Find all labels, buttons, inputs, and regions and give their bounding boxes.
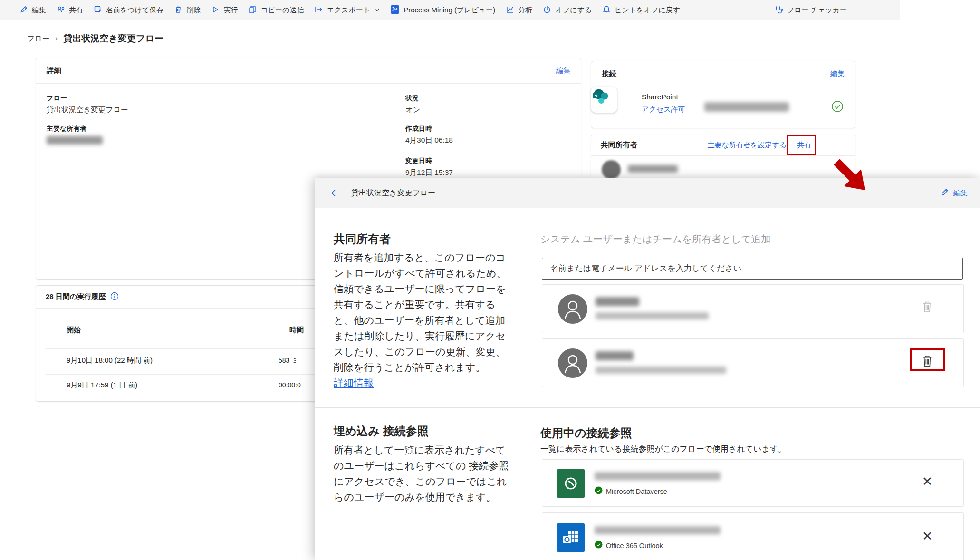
save-as-label: 名前をつけて保存 [106,6,163,15]
breadcrumb: フロー › 貸出状況空き変更フロー [27,32,163,45]
annotation-box-delete [910,348,945,371]
overlay-edit-button[interactable]: 編集 [940,188,968,198]
save-as-button[interactable]: 名前をつけて保存 [88,0,169,20]
connection-ref-row: Office 365 Outlook ✕ [542,512,964,560]
copy-icon [248,5,257,15]
set-primary-owner-link[interactable]: 主要な所有者を設定する [708,141,787,150]
add-owner-label: システム ユーザーまたはチームを所有者として追加 [540,232,770,246]
overlay-header: 貸出状況空き変更フロー 編集 [315,178,980,208]
person-avatar-icon [558,294,587,324]
conn-ref-name: Microsoft Dataverse [606,488,667,495]
owner-email-redacted [596,367,726,374]
play-icon [211,5,220,15]
flow-checker-label: フロー チェッカー [787,6,847,15]
content-right-divider [900,0,900,178]
run-row-duration: 583 ミ [279,357,298,365]
power-automate-flow-page: 編集 共有 名前をつけて保存 削除 実行 コピーの送信 エクスポート [0,0,980,560]
share-button[interactable]: 共有 [51,0,88,20]
page-title: 貸出状況空き変更フロー [64,32,163,45]
co-owners-description-text: 所有者を追加すると、このフローのコントロールがすべて許可されるため、信頼できるユ… [334,252,506,373]
chevron-right-icon: › [55,34,58,43]
process-mining-label: Process Mining (プレビュー) [404,6,495,15]
delete-label: 削除 [186,6,201,15]
remove-owner-trash-icon[interactable] [919,297,936,316]
delete-button[interactable]: 削除 [169,0,206,20]
info-icon[interactable] [110,292,119,302]
connection-check-icon [831,100,844,115]
owner-search-input[interactable] [542,258,963,280]
connections-edit-link[interactable]: 編集 [830,69,845,78]
remove-conn-ref-close-icon[interactable]: ✕ [919,473,936,490]
in-use-refs-heading: 使用中の接続参照 [540,425,632,441]
primary-owner-label: 主要な所有者 [47,125,86,133]
dataverse-icon [557,469,585,498]
check-badge-icon [595,541,603,550]
run-button[interactable]: 実行 [206,0,243,20]
sharepoint-icon: S [591,87,617,113]
export-button[interactable]: エクスポート [309,0,385,20]
edit-button[interactable]: 編集 [14,0,51,20]
run-row-start[interactable]: 9月10日 18:00 (22 時間 前) [67,356,153,365]
analytics-button[interactable]: 分析 [500,0,538,20]
learn-more-link[interactable]: 詳細情報 [334,377,374,388]
owner-name-redacted [596,297,639,306]
run-history-title: 28 日間の実行履歴 [46,292,106,301]
in-use-refs-description: 一覧に表示されている接続参照がこのフローで使用されています。 [540,444,786,454]
svg-text:S: S [595,94,597,98]
line-chart-icon [506,5,514,15]
details-card-header: 詳細 編集 [36,58,581,84]
details-edit-link[interactable]: 編集 [556,66,570,75]
stethoscope-icon [774,5,783,16]
process-mining-icon [390,5,400,16]
back-arrow-icon[interactable] [330,188,341,198]
process-mining-button[interactable]: Process Mining (プレビュー) [385,0,500,20]
access-permission-link[interactable]: アクセス許可 [642,105,685,114]
edit-label: 編集 [32,6,46,15]
co-owners-heading: 共同所有者 [334,232,391,247]
share-icon [57,5,65,15]
modified-value: 9月12日 15:37 [405,168,453,178]
conn-ref-email-redacted [595,472,721,480]
co-owner-avatar [602,160,621,179]
conn-ref-name: Office 365 Outlook [606,542,663,550]
created-value: 4月30日 06:18 [405,135,453,145]
close-glyph: ✕ [922,530,933,543]
flow-field-label: フロー [47,94,67,103]
hints-button[interactable]: ヒントをオフに戻す [597,0,685,20]
modified-label: 変更日時 [405,157,432,165]
col-header-duration: 時間 [289,326,304,335]
save-as-icon [94,5,102,15]
annotation-box-share [787,135,816,155]
created-label: 作成日時 [405,125,432,133]
overlay-edit-label: 編集 [953,189,968,198]
co-owners-description: 所有者を追加すると、このフローのコントロールがすべて許可されるため、信頼できるユ… [334,250,512,391]
co-owners-title: 共同所有者 [601,140,638,150]
send-copy-button[interactable]: コピーの送信 [243,0,309,20]
connections-card-header: 接続 編集 [591,61,855,87]
flow-checker-button[interactable]: フロー チェッカー [769,0,852,20]
check-badge-icon [595,486,603,496]
conn-ref-status-row: Office 365 Outlook [595,541,663,550]
remove-conn-ref-close-icon[interactable]: ✕ [919,528,936,545]
details-title: 詳細 [47,66,61,76]
command-bar: 編集 共有 名前をつけて保存 削除 実行 コピーの送信 エクスポート [0,0,900,20]
primary-owner-value-redacted [47,136,103,145]
overlay-title: 貸出状況空き変更フロー [351,188,435,198]
outlook-icon [557,523,585,552]
person-avatar-icon [558,348,587,378]
connection-account-redacted [704,102,789,112]
trash-icon [174,5,183,15]
annotation-arrow [828,153,874,200]
pencil-icon [19,5,28,15]
conn-ref-email-redacted [595,526,721,534]
owner-row [542,284,964,333]
send-copy-label: コピーの送信 [260,6,304,15]
breadcrumb-flows-link[interactable]: フロー [27,34,49,44]
status-value: オン [405,105,421,115]
share-label: 共有 [69,6,83,15]
embedded-refs-description: 所有者として一覧に表示されたすべてのユーザーはこれらすべての 接続参照 にアクセ… [334,442,512,505]
col-header-start: 開始 [67,326,81,335]
turn-off-button[interactable]: オフにする [538,0,597,20]
run-row-duration: 00:00:0 [279,381,301,389]
run-row-start[interactable]: 9月9日 17:59 (1 日 前) [67,381,137,390]
